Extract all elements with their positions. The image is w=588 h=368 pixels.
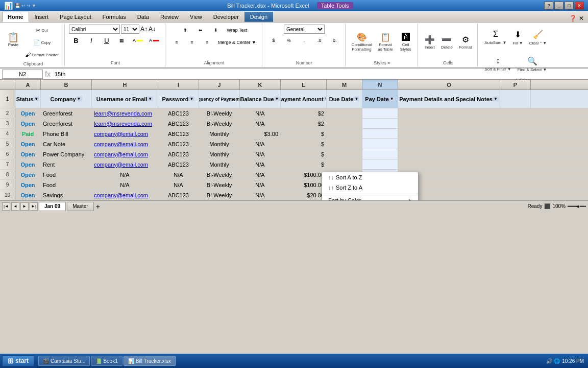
cell-m3[interactable] bbox=[327, 119, 362, 128]
filter-company[interactable]: ▼ bbox=[76, 97, 82, 101]
insert-cells-btn[interactable]: ➕ Insert bbox=[422, 27, 437, 57]
zoom-controls[interactable]: 100% bbox=[552, 203, 566, 209]
col-header-j[interactable]: J bbox=[199, 80, 240, 89]
decrease-decimal-btn[interactable]: 0. bbox=[328, 35, 342, 46]
cell-i10[interactable]: ABC123 bbox=[158, 190, 199, 200]
cell-h6[interactable]: company@email.com bbox=[92, 149, 158, 159]
quick-access-more[interactable]: ▼ bbox=[32, 3, 36, 8]
cell-k10[interactable]: N/A bbox=[240, 190, 281, 200]
cell-a3[interactable]: Open bbox=[15, 119, 41, 128]
tab-nav-first[interactable]: |◄ bbox=[2, 202, 10, 211]
header-due-date[interactable]: Due Date ▼ bbox=[327, 90, 362, 108]
cell-a4[interactable]: Paid bbox=[15, 129, 41, 139]
cell-h4[interactable]: company@email.com bbox=[92, 129, 158, 139]
dollar-btn[interactable]: $ bbox=[266, 35, 281, 46]
tab-nav-next[interactable]: ► bbox=[20, 202, 29, 211]
col-header-n[interactable]: N bbox=[362, 80, 398, 89]
header-company[interactable]: Company ▼ bbox=[41, 90, 92, 108]
align-center-btn[interactable]: ≡ bbox=[185, 37, 199, 48]
col-header-a[interactable]: A bbox=[15, 80, 41, 89]
minimize-btn[interactable]: _ bbox=[554, 2, 564, 10]
cell-n7[interactable] bbox=[362, 159, 398, 169]
paste-button[interactable]: 📋 Paste bbox=[5, 25, 21, 55]
cell-o6[interactable] bbox=[398, 149, 500, 159]
align-top-btn[interactable]: ⬆ bbox=[178, 25, 192, 36]
taskbar-item-billtracker[interactable]: 📊 Bill Tracker.xlsx bbox=[124, 356, 176, 366]
border-button[interactable]: ▦ bbox=[115, 35, 129, 46]
cell-j3[interactable]: Bi-Weekly bbox=[199, 119, 240, 128]
col-header-b[interactable]: B bbox=[41, 80, 92, 89]
font-name-select[interactable]: Calibri bbox=[69, 25, 120, 34]
cell-m4[interactable] bbox=[327, 129, 362, 139]
filter-status[interactable]: ▼ bbox=[33, 97, 39, 101]
cell-l10[interactable]: $20.00 bbox=[281, 190, 327, 200]
quick-access-redo[interactable]: ↪ bbox=[27, 3, 31, 8]
tab-design[interactable]: Design bbox=[244, 12, 273, 22]
cell-i9[interactable]: N/A bbox=[158, 180, 199, 190]
cell-k5[interactable]: N/A bbox=[240, 139, 281, 149]
cell-o5[interactable] bbox=[398, 139, 500, 149]
cell-styles-btn[interactable]: 🅰 Cell Styles bbox=[398, 27, 414, 57]
cell-l6[interactable]: $ bbox=[281, 149, 327, 159]
header-frequency[interactable]: Fequency of Payment ▼ bbox=[199, 90, 240, 108]
col-header-l[interactable]: L bbox=[281, 80, 327, 89]
cell-i7[interactable]: ABC123 bbox=[158, 159, 199, 169]
cell-a7[interactable]: Open bbox=[15, 159, 41, 169]
cell-h5[interactable]: company@email.com bbox=[92, 139, 158, 149]
cell-m7[interactable] bbox=[327, 159, 362, 169]
cell-h2[interactable]: learn@msrevenda.com bbox=[92, 108, 158, 118]
sort-asc-option[interactable]: ↑↓ Sort A to Z bbox=[322, 172, 418, 182]
tab-data[interactable]: Data bbox=[132, 12, 155, 22]
cell-k3[interactable]: N/A bbox=[240, 119, 281, 128]
cell-j10[interactable]: Bi-Weekly bbox=[199, 190, 240, 200]
align-left-btn[interactable]: ≡ bbox=[169, 37, 184, 48]
col-header-h[interactable]: H bbox=[92, 80, 158, 89]
cell-l7[interactable]: $ bbox=[281, 159, 327, 169]
sheet-tab-master[interactable]: Master bbox=[67, 202, 94, 211]
fill-btn[interactable]: ⬇ Fill ▼ bbox=[510, 25, 525, 50]
cell-n3[interactable] bbox=[362, 119, 398, 128]
cell-j4[interactable]: Monthly bbox=[199, 129, 240, 139]
cell-j5[interactable]: Monthly bbox=[199, 139, 240, 149]
merge-center-btn[interactable]: Merge & Center ▼ bbox=[215, 37, 259, 48]
tab-nav-last[interactable]: ►| bbox=[30, 202, 38, 211]
tab-page-layout[interactable]: Page Layout bbox=[54, 12, 97, 22]
cell-m2[interactable] bbox=[327, 108, 362, 118]
autosum-btn[interactable]: Σ AutoSum ▼ bbox=[482, 25, 509, 50]
format-painter-button[interactable]: 🖌Format Painter bbox=[22, 49, 61, 60]
tab-review[interactable]: Review bbox=[155, 12, 184, 22]
sheet-tab-jan09[interactable]: Jan 09 bbox=[39, 202, 66, 211]
cell-h10[interactable]: company@email.com bbox=[92, 190, 158, 200]
cell-b10[interactable]: Savings bbox=[41, 190, 92, 200]
header-pay-date[interactable]: Pay Date ▼ bbox=[362, 90, 398, 108]
cell-j9[interactable]: Bi-Weekly bbox=[199, 180, 240, 190]
cell-h9[interactable]: N/A bbox=[92, 180, 158, 190]
align-right-btn[interactable]: ≡ bbox=[200, 37, 214, 48]
cell-h8[interactable]: N/A bbox=[92, 170, 158, 179]
cell-a5[interactable]: Open bbox=[15, 139, 41, 149]
cell-b5[interactable]: Car Note bbox=[41, 139, 92, 149]
cell-l3[interactable]: $2 bbox=[281, 119, 327, 128]
cell-k4[interactable]: $3.00 bbox=[240, 129, 281, 139]
cell-o2[interactable] bbox=[398, 108, 500, 118]
tab-home[interactable]: Home bbox=[2, 12, 29, 22]
add-sheet-btn[interactable]: + bbox=[96, 202, 100, 211]
cut-button[interactable]: ✂Cut bbox=[22, 25, 61, 36]
bold-button[interactable]: B bbox=[69, 35, 83, 46]
cell-o4[interactable] bbox=[398, 129, 500, 139]
sort-desc-option[interactable]: ↓↑ Sort Z to A bbox=[322, 182, 418, 193]
tab-developer[interactable]: Developer bbox=[208, 12, 244, 22]
filter-due-date[interactable]: ▼ bbox=[353, 97, 359, 101]
cell-i4[interactable]: ABC123 bbox=[158, 129, 199, 139]
comma-btn[interactable]: , bbox=[297, 35, 311, 46]
number-format-select[interactable]: General bbox=[284, 25, 325, 34]
cell-i2[interactable]: ABC123 bbox=[158, 108, 199, 118]
filter-details[interactable]: ▼ bbox=[493, 97, 499, 101]
increase-decimal-btn[interactable]: .0 bbox=[312, 35, 327, 46]
filter-username[interactable]: ▼ bbox=[147, 97, 153, 101]
cell-b7[interactable]: Rent bbox=[41, 159, 92, 169]
align-bottom-btn[interactable]: ⬇ bbox=[209, 25, 223, 36]
cell-l4[interactable]: $ bbox=[281, 129, 327, 139]
format-as-table-btn[interactable]: 📋 Format as Table bbox=[375, 27, 396, 57]
cell-b3[interactable]: Greenforest bbox=[41, 119, 92, 128]
